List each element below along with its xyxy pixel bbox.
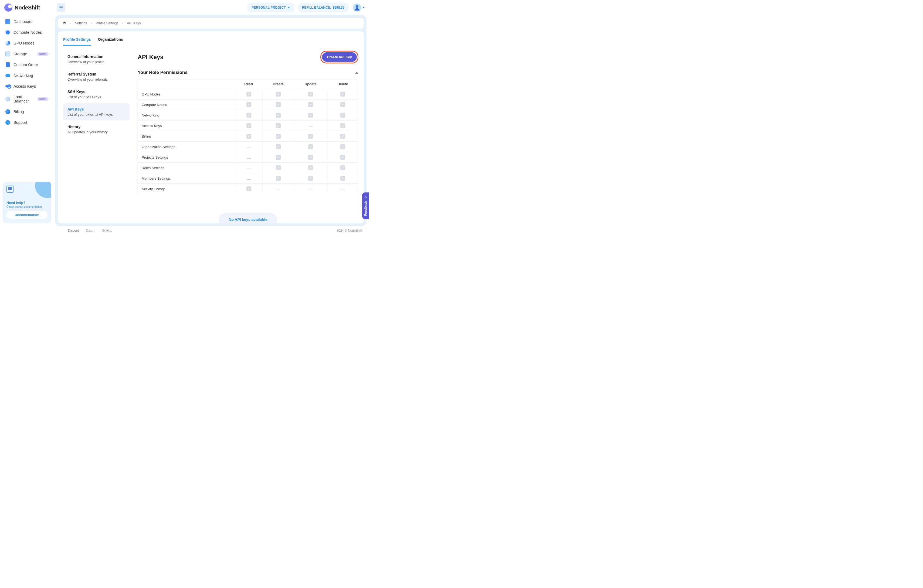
project-selector-label: PERSONAL PROJECT xyxy=(251,6,286,10)
documentation-button[interactable]: Documentation xyxy=(7,211,48,219)
billing-icon xyxy=(5,109,10,114)
perm-cell: ✓ xyxy=(262,173,294,184)
collapse-section-button[interactable] xyxy=(355,72,358,74)
perm-cell: ✓ xyxy=(294,100,327,110)
sidebar-item-access-keys[interactable]: Access Keys xyxy=(3,81,51,92)
sidebar-item-load-balancer[interactable]: Load BalancerSOON xyxy=(3,92,51,106)
main-area: › Settings › Profile Settings › API Keys… xyxy=(55,15,366,226)
footer-link-discord[interactable]: Discord xyxy=(68,229,79,233)
perm-cell xyxy=(235,152,262,163)
check-icon: ✓ xyxy=(276,176,281,181)
check-icon: ✓ xyxy=(340,123,345,128)
dash-icon xyxy=(247,158,251,159)
perm-cell: ✓ xyxy=(294,163,327,173)
perm-row: Organization Settings✓✓✓ xyxy=(138,142,358,152)
sidebar-item-label: Custom Order xyxy=(13,62,38,67)
refill-balance-button[interactable]: REFILL BALANCE: $698.35 xyxy=(298,3,349,12)
sidebar: DashboardCompute NodesGPU NodesStorageSO… xyxy=(0,15,54,226)
dash-icon xyxy=(247,169,251,169)
perm-cell: ✓ xyxy=(327,163,358,173)
sidebar-item-label: GPU Nodes xyxy=(13,41,34,45)
feedback-button[interactable]: Feedback ☺ xyxy=(362,192,369,219)
perm-row-name: Billing xyxy=(138,131,235,142)
check-icon: ✓ xyxy=(276,144,281,149)
footer-link-xcom[interactable]: X.com xyxy=(86,229,95,233)
perm-row: Activity History✓ xyxy=(138,184,358,194)
empty-state: No API keys available xyxy=(219,213,277,223)
check-icon: ✓ xyxy=(308,102,313,107)
settings-nav-subtitle: All updates in your history xyxy=(67,130,125,134)
dash-icon xyxy=(309,190,313,190)
perm-cell xyxy=(262,184,294,194)
settings-nav-general-information[interactable]: General InformationOverview of your prof… xyxy=(63,51,130,68)
perm-cell xyxy=(235,142,262,152)
smile-icon: ☺ xyxy=(364,195,368,199)
check-icon: ✓ xyxy=(340,155,345,160)
perm-row: Compute Nodes✓✓✓✓ xyxy=(138,100,358,110)
check-icon: ✓ xyxy=(340,102,345,107)
dash-icon xyxy=(247,179,251,180)
create-api-key-highlight: Create API Key xyxy=(320,51,358,63)
refill-balance-label: REFILL BALANCE: xyxy=(302,6,331,10)
perm-cell: ✓ xyxy=(327,110,358,121)
perm-cell xyxy=(327,184,358,194)
tab-profile-settings[interactable]: Profile Settings xyxy=(63,35,91,46)
footer-link-github[interactable]: GitHub xyxy=(102,229,112,233)
sidebar-item-compute-nodes[interactable]: Compute Nodes xyxy=(3,27,51,38)
breadcrumb-item[interactable]: API Keys xyxy=(127,21,141,25)
soon-badge: SOON xyxy=(37,52,49,56)
settings-nav-referral-system[interactable]: Referral SystemOverview of your referral… xyxy=(63,68,130,85)
chevron-right-icon: › xyxy=(91,21,92,25)
sidebar-item-billing[interactable]: Billing xyxy=(3,106,51,117)
settings-nav-history[interactable]: HistoryAll updates in your history xyxy=(63,121,130,138)
perm-cell: ✓ xyxy=(327,100,358,110)
dash-icon xyxy=(276,190,281,190)
access-keys-icon xyxy=(5,84,10,89)
dash-icon xyxy=(341,190,345,190)
sidebar-item-gpu-nodes[interactable]: GPU Nodes xyxy=(3,38,51,49)
settings-nav-ssh-keys[interactable]: SSH KeysList of your SSH keys xyxy=(63,86,130,103)
dash-icon xyxy=(309,126,313,127)
perm-cell: ✓ xyxy=(262,110,294,121)
check-icon: ✓ xyxy=(308,134,313,139)
tab-organizations[interactable]: Organizations xyxy=(98,35,123,46)
chevron-down-icon xyxy=(287,7,290,8)
perm-cell: ✓ xyxy=(262,163,294,173)
sidebar-toggle-button[interactable]: ☰ xyxy=(57,3,65,12)
topbar: NodeShift ☰ PERSONAL PROJECT REFILL BALA… xyxy=(0,0,369,15)
settings-nav-subtitle: Overview of your referrals xyxy=(67,77,125,82)
tabs: Profile Settings Organizations xyxy=(63,35,358,46)
perm-cell: ✓ xyxy=(294,173,327,184)
sidebar-item-dashboard[interactable]: Dashboard xyxy=(3,16,51,27)
create-api-key-button[interactable]: Create API Key xyxy=(322,52,357,62)
perm-row-name: Activity History xyxy=(138,184,235,194)
footer-copyright: 2024 © NodeShift xyxy=(337,229,362,233)
perm-cell: ✓ xyxy=(327,173,358,184)
perm-cell: ✓ xyxy=(327,152,358,163)
sidebar-item-storage[interactable]: StorageSOON xyxy=(3,49,51,59)
perm-cell: ✓ xyxy=(327,142,358,152)
sidebar-item-label: Load Balancer xyxy=(13,95,34,103)
sidebar-item-support[interactable]: Support xyxy=(3,117,51,128)
footer: Discord X.com GitHub 2024 © NodeShift xyxy=(0,226,369,235)
breadcrumb-item[interactable]: Profile Settings xyxy=(96,21,118,25)
settings-nav-subtitle: List of your external API keys xyxy=(67,113,125,116)
sidebar-item-label: Support xyxy=(13,120,27,124)
breadcrumb-item[interactable]: Settings xyxy=(75,21,87,25)
perm-cell: ✓ xyxy=(294,110,327,121)
brand[interactable]: NodeShift xyxy=(4,3,56,11)
project-selector[interactable]: PERSONAL PROJECT xyxy=(247,3,294,12)
settings-nav-title: History xyxy=(67,124,125,129)
settings-nav-api-keys[interactable]: API KeysList of your external API keys xyxy=(63,103,130,120)
home-icon[interactable] xyxy=(62,21,66,26)
sidebar-item-custom-order[interactable]: Custom Order xyxy=(3,59,51,70)
user-menu[interactable] xyxy=(353,3,365,11)
check-icon: ✓ xyxy=(340,134,345,139)
check-icon: ✓ xyxy=(340,92,345,97)
perm-row-name: Projects Settings xyxy=(138,152,235,163)
sidebar-item-networking[interactable]: Networking xyxy=(3,70,51,81)
perm-col-update: Update xyxy=(294,79,327,89)
check-icon: ✓ xyxy=(276,123,281,128)
perm-cell: ✓ xyxy=(294,131,327,142)
storage-icon xyxy=(5,51,10,56)
